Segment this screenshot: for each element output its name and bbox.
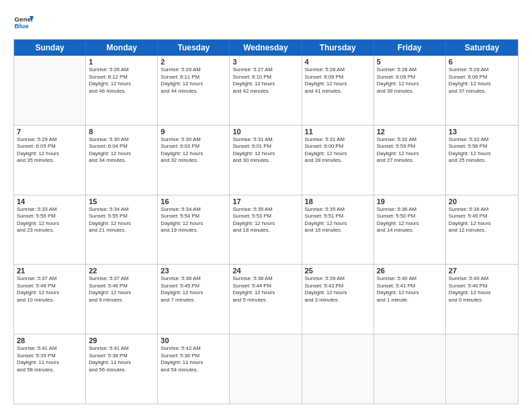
day-number: 10: [232, 128, 298, 136]
day-info: Sunrise: 5:31 AM Sunset: 6:00 PM Dayligh…: [305, 136, 371, 165]
day-info: Sunrise: 5:32 AM Sunset: 5:58 PM Dayligh…: [449, 136, 515, 165]
day-header-saturday: Saturday: [446, 40, 518, 56]
calendar-day-empty: [302, 334, 374, 404]
day-info: Sunrise: 5:27 AM Sunset: 6:10 PM Dayligh…: [232, 66, 298, 95]
day-number: 19: [377, 197, 443, 205]
day-info: Sunrise: 5:41 AM Sunset: 5:39 PM Dayligh…: [17, 345, 83, 373]
day-info: Sunrise: 5:28 AM Sunset: 6:08 PM Dayligh…: [377, 66, 443, 95]
calendar-day-7: 7Sunrise: 5:29 AM Sunset: 6:05 PM Daylig…: [14, 126, 86, 195]
calendar-day-29: 29Sunrise: 5:41 AM Sunset: 5:38 PM Dayli…: [86, 334, 158, 404]
day-header-thursday: Thursday: [302, 40, 374, 56]
header: General Blue: [13, 12, 519, 32]
day-info: Sunrise: 5:38 AM Sunset: 5:44 PM Dayligh…: [232, 275, 298, 304]
day-number: 7: [17, 128, 83, 136]
calendar-day-empty: [374, 334, 446, 404]
day-header-sunday: Sunday: [14, 40, 86, 56]
calendar-day-21: 21Sunrise: 5:37 AM Sunset: 5:48 PM Dayli…: [14, 265, 86, 334]
calendar-day-30: 30Sunrise: 5:42 AM Sunset: 5:36 PM Dayli…: [158, 334, 230, 404]
day-number: 21: [17, 267, 83, 275]
calendar-day-18: 18Sunrise: 5:35 AM Sunset: 5:51 PM Dayli…: [302, 195, 374, 265]
day-info: Sunrise: 5:39 AM Sunset: 5:43 PM Dayligh…: [305, 275, 371, 304]
day-number: 1: [89, 58, 154, 66]
day-info: Sunrise: 5:30 AM Sunset: 6:03 PM Dayligh…: [161, 136, 226, 165]
day-number: 30: [161, 336, 226, 345]
calendar-day-24: 24Sunrise: 5:38 AM Sunset: 5:44 PM Dayli…: [230, 265, 302, 334]
day-info: Sunrise: 5:30 AM Sunset: 6:04 PM Dayligh…: [89, 136, 154, 165]
calendar-day-4: 4Sunrise: 5:28 AM Sunset: 6:09 PM Daylig…: [302, 56, 374, 125]
calendar-week-3: 14Sunrise: 5:33 AM Sunset: 5:56 PM Dayli…: [14, 195, 518, 265]
day-info: Sunrise: 5:35 AM Sunset: 5:51 PM Dayligh…: [305, 206, 371, 234]
day-header-friday: Friday: [374, 40, 446, 56]
day-info: Sunrise: 5:29 AM Sunset: 6:05 PM Dayligh…: [17, 136, 83, 165]
day-number: 13: [449, 128, 515, 136]
calendar-day-17: 17Sunrise: 5:35 AM Sunset: 5:53 PM Dayli…: [230, 195, 302, 265]
calendar: SundayMondayTuesdayWednesdayThursdayFrid…: [13, 39, 519, 404]
day-info: Sunrise: 5:34 AM Sunset: 5:55 PM Dayligh…: [89, 206, 154, 234]
day-info: Sunrise: 5:41 AM Sunset: 5:38 PM Dayligh…: [89, 345, 154, 373]
day-number: 26: [377, 267, 443, 275]
calendar-week-4: 21Sunrise: 5:37 AM Sunset: 5:48 PM Dayli…: [14, 265, 518, 334]
day-info: Sunrise: 5:35 AM Sunset: 5:53 PM Dayligh…: [232, 206, 298, 234]
calendar-day-empty: [14, 56, 86, 125]
calendar-day-12: 12Sunrise: 5:32 AM Sunset: 5:59 PM Dayli…: [374, 126, 446, 195]
day-number: 9: [161, 128, 226, 136]
day-info: Sunrise: 5:40 AM Sunset: 5:41 PM Dayligh…: [377, 275, 443, 304]
calendar-day-25: 25Sunrise: 5:39 AM Sunset: 5:43 PM Dayli…: [302, 265, 374, 334]
day-number: 29: [89, 336, 154, 345]
calendar-day-empty: [230, 334, 302, 404]
day-number: 14: [17, 197, 83, 205]
day-number: 3: [232, 58, 298, 66]
calendar-day-15: 15Sunrise: 5:34 AM Sunset: 5:55 PM Dayli…: [86, 195, 158, 265]
day-number: 24: [232, 267, 298, 275]
calendar-day-26: 26Sunrise: 5:40 AM Sunset: 5:41 PM Dayli…: [374, 265, 446, 334]
day-info: Sunrise: 5:26 AM Sunset: 6:11 PM Dayligh…: [161, 66, 226, 95]
calendar-day-20: 20Sunrise: 5:36 AM Sunset: 5:49 PM Dayli…: [446, 195, 518, 265]
day-number: 28: [17, 336, 83, 345]
calendar-day-19: 19Sunrise: 5:36 AM Sunset: 5:50 PM Dayli…: [374, 195, 446, 265]
calendar-day-5: 5Sunrise: 5:28 AM Sunset: 6:08 PM Daylig…: [374, 56, 446, 125]
calendar-week-2: 7Sunrise: 5:29 AM Sunset: 6:05 PM Daylig…: [14, 126, 518, 195]
calendar-week-5: 28Sunrise: 5:41 AM Sunset: 5:39 PM Dayli…: [14, 334, 518, 404]
day-number: 15: [89, 197, 154, 205]
day-info: Sunrise: 5:36 AM Sunset: 5:49 PM Dayligh…: [449, 206, 515, 234]
calendar-day-9: 9Sunrise: 5:30 AM Sunset: 6:03 PM Daylig…: [158, 126, 230, 195]
day-info: Sunrise: 5:37 AM Sunset: 5:46 PM Dayligh…: [89, 275, 154, 304]
day-info: Sunrise: 5:33 AM Sunset: 5:56 PM Dayligh…: [17, 206, 83, 234]
logo: General Blue: [13, 12, 34, 32]
day-info: Sunrise: 5:36 AM Sunset: 5:50 PM Dayligh…: [377, 206, 443, 234]
day-number: 18: [305, 197, 371, 205]
day-number: 12: [377, 128, 443, 136]
logo-icon: General Blue: [13, 12, 34, 32]
calendar-day-22: 22Sunrise: 5:37 AM Sunset: 5:46 PM Dayli…: [86, 265, 158, 334]
day-header-tuesday: Tuesday: [158, 40, 230, 56]
calendar-day-empty: [446, 334, 518, 404]
day-header-wednesday: Wednesday: [230, 40, 302, 56]
day-number: 17: [232, 197, 298, 205]
calendar-day-8: 8Sunrise: 5:30 AM Sunset: 6:04 PM Daylig…: [86, 126, 158, 195]
day-info: Sunrise: 5:40 AM Sunset: 5:40 PM Dayligh…: [449, 275, 515, 304]
calendar-day-10: 10Sunrise: 5:31 AM Sunset: 6:01 PM Dayli…: [230, 126, 302, 195]
calendar-day-28: 28Sunrise: 5:41 AM Sunset: 5:39 PM Dayli…: [14, 334, 86, 404]
day-number: 20: [449, 197, 515, 205]
day-info: Sunrise: 5:38 AM Sunset: 5:45 PM Dayligh…: [161, 275, 226, 304]
day-number: 4: [305, 58, 371, 66]
day-info: Sunrise: 5:28 AM Sunset: 6:09 PM Dayligh…: [305, 66, 371, 95]
day-info: Sunrise: 5:26 AM Sunset: 6:12 PM Dayligh…: [89, 66, 154, 95]
calendar-day-13: 13Sunrise: 5:32 AM Sunset: 5:58 PM Dayli…: [446, 126, 518, 195]
day-number: 27: [449, 267, 515, 275]
calendar-day-23: 23Sunrise: 5:38 AM Sunset: 5:45 PM Dayli…: [158, 265, 230, 334]
calendar-header: SundayMondayTuesdayWednesdayThursdayFrid…: [14, 40, 518, 56]
day-number: 2: [161, 58, 226, 66]
day-info: Sunrise: 5:32 AM Sunset: 5:59 PM Dayligh…: [377, 136, 443, 165]
day-number: 25: [305, 267, 371, 275]
day-info: Sunrise: 5:29 AM Sunset: 6:06 PM Dayligh…: [449, 66, 515, 95]
calendar-body: 1Sunrise: 5:26 AM Sunset: 6:12 PM Daylig…: [14, 56, 518, 404]
day-header-monday: Monday: [86, 40, 158, 56]
calendar-day-3: 3Sunrise: 5:27 AM Sunset: 6:10 PM Daylig…: [230, 56, 302, 125]
svg-text:Blue: Blue: [15, 22, 30, 30]
calendar-day-6: 6Sunrise: 5:29 AM Sunset: 6:06 PM Daylig…: [446, 56, 518, 125]
calendar-day-1: 1Sunrise: 5:26 AM Sunset: 6:12 PM Daylig…: [86, 56, 158, 125]
day-number: 5: [377, 58, 443, 66]
calendar-day-27: 27Sunrise: 5:40 AM Sunset: 5:40 PM Dayli…: [446, 265, 518, 334]
calendar-day-16: 16Sunrise: 5:34 AM Sunset: 5:54 PM Dayli…: [158, 195, 230, 265]
